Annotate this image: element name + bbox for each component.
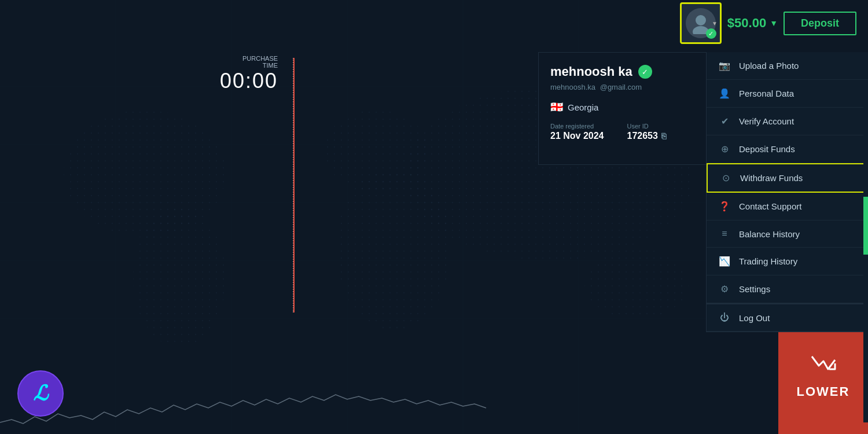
country-name: Georgia (568, 102, 598, 112)
red-vertical-line (293, 58, 295, 312)
menu-label-upload-photo: Upload a Photo (739, 61, 799, 71)
lower-button[interactable]: LOWER (778, 318, 868, 434)
menu-label-settings: Settings (739, 284, 770, 294)
email-user: mehnoosh.ka (550, 83, 595, 91)
support-icon: ❓ (718, 201, 731, 212)
date-registered-item: Date registered 21 Nov 2024 (550, 123, 604, 141)
menu-item-contact-support[interactable]: ❓ Contact Support (707, 193, 868, 220)
lower-arrow-icon (811, 353, 836, 378)
svg-point-17 (696, 15, 706, 25)
menu-item-upload-photo[interactable]: 📷 Upload a Photo (707, 52, 868, 80)
profile-name: mehnoosh ka (550, 64, 632, 79)
withdraw-icon: ⊙ (719, 172, 732, 183)
price-waveform (0, 388, 579, 434)
purchase-label: PURCHASE TIME (220, 55, 278, 69)
deposit-button[interactable]: Deposit (784, 12, 856, 35)
svg-point-6 (584, 249, 689, 318)
menu-item-settings[interactable]: ⚙ Settings (707, 275, 868, 303)
balance-value: $50.00 (727, 16, 766, 31)
menu-label-logout: Log Out (739, 313, 770, 323)
logout-icon: ⏻ (718, 312, 731, 323)
menu-item-deposit-funds[interactable]: ⊕ Deposit Funds (707, 135, 868, 163)
menu-item-withdraw-funds[interactable]: ⊙ Withdraw Funds (707, 163, 868, 193)
date-registered-value: 21 Nov 2024 (550, 131, 604, 141)
svg-point-2 (133, 208, 226, 347)
camera-icon: 📷 (718, 60, 731, 71)
copy-icon[interactable]: ⎘ (661, 131, 666, 141)
menu-item-personal-data[interactable]: 👤 Personal Data (707, 80, 868, 108)
menu-label-personal-data: Personal Data (739, 89, 794, 98)
user-id-value: 172653 ⎘ (627, 131, 666, 141)
date-registered-label: Date registered (550, 123, 604, 130)
avatar-verified-badge: ✓ (706, 28, 716, 39)
menu-item-trading-history[interactable]: 📉 Trading History (707, 248, 868, 275)
menu-label-withdraw-funds: Withdraw Funds (740, 173, 803, 183)
balance-display[interactable]: $50.00 ▼ (727, 16, 778, 31)
trading-icon: 📉 (718, 256, 731, 267)
verify-icon: ✔ (718, 116, 731, 127)
purchase-time-value: 00:00 (220, 69, 278, 93)
menu-label-deposit-funds: Deposit Funds (739, 144, 795, 154)
deposit-icon: ⊕ (718, 144, 731, 155)
logo: ℒ (17, 370, 64, 417)
menu-label-trading-history: Trading History (739, 256, 797, 266)
lower-label: LOWER (797, 384, 850, 399)
menu-label-contact-support: Contact Support (739, 201, 801, 211)
user-id-item: User ID 172653 ⎘ (627, 123, 666, 141)
menu-item-balance-history[interactable]: ≡ Balance History (707, 220, 868, 248)
user-id-label: User ID (627, 123, 666, 130)
menu-scrollbar[interactable] (863, 104, 868, 422)
avatar-button[interactable]: ✓ ▼ (680, 2, 722, 44)
menu-label-verify-account: Verify Account (739, 116, 794, 126)
menu-item-verify-account[interactable]: ✔ Verify Account (707, 108, 868, 135)
person-icon: 👤 (718, 88, 731, 99)
country-flag-icon: 🇬🇪 (550, 101, 563, 113)
header: ✓ ▼ $50.00 ▼ Deposit (0, 0, 868, 46)
settings-icon: ⚙ (718, 284, 731, 295)
balance-chevron-icon: ▼ (770, 19, 778, 28)
logo-symbol: ℒ (33, 381, 48, 406)
avatar-chevron-icon: ▼ (712, 20, 718, 27)
dropdown-menu: 📷 Upload a Photo 👤 Personal Data ✔ Verif… (706, 52, 868, 332)
balance-icon: ≡ (718, 229, 731, 239)
scrollbar-thumb (863, 197, 868, 255)
purchase-time-container: PURCHASE TIME 00:00 (220, 55, 278, 93)
profile-verified-icon: ✓ (638, 65, 652, 79)
email-domain: @gmail.com (600, 83, 642, 91)
menu-label-balance-history: Balance History (739, 229, 800, 239)
menu-item-logout[interactable]: ⏻ Log Out (707, 304, 868, 332)
